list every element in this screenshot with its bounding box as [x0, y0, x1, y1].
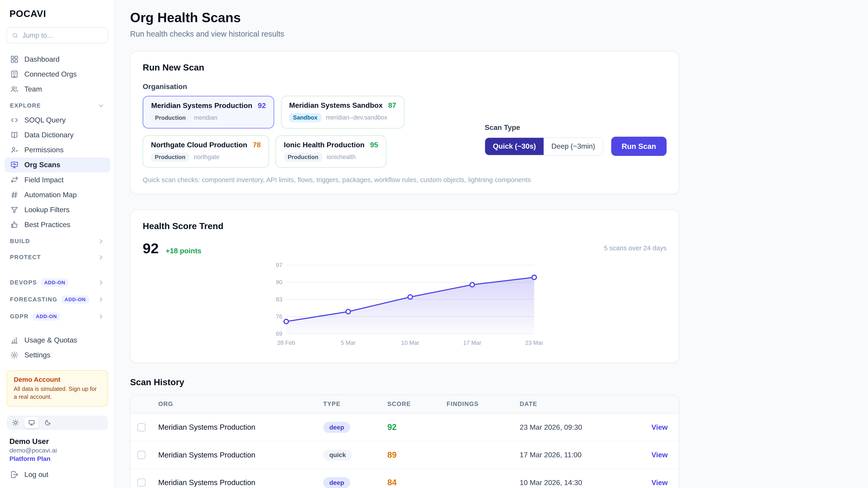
page-subtitle: Run health checks and view historical re… [130, 30, 852, 38]
org-name: Ionic Health Production [284, 141, 365, 149]
nav-label: Team [24, 85, 42, 93]
organisation-label: Organisation [143, 83, 666, 91]
sidebar-item-dashboard[interactable]: Dashboard [4, 52, 110, 67]
sidebar-item-usage-quotas[interactable]: Usage & Quotas [4, 333, 110, 348]
svg-text:5 Mar: 5 Mar [341, 340, 356, 346]
sidebar-item-connected-orgs[interactable]: Connected Orgs [4, 67, 110, 82]
chevron-down-icon [97, 102, 105, 109]
health-score-chart: 979083766928 Feb5 Mar10 Mar17 Mar23 Mar [266, 260, 543, 351]
col-header-type: TYPE [323, 400, 388, 408]
org-card-meridian-sandbox[interactable]: Meridian Systems Sandbox 87 Sandbox meri… [281, 96, 404, 129]
section-build[interactable]: BUILD [4, 234, 110, 248]
section-gdpr[interactable]: GDPR ADD-ON [4, 309, 110, 324]
scan-type-quick-button[interactable]: Quick (~30s) [485, 138, 544, 155]
sidebar-item-settings[interactable]: Settings [4, 348, 110, 363]
section-explore[interactable]: EXPLORE [4, 99, 110, 112]
row-score: 89 [388, 450, 447, 460]
sidebar-item-lookup-filters[interactable]: Lookup Filters [4, 202, 110, 217]
nav-label: Usage & Quotas [24, 336, 77, 344]
table-row: Meridian Systems Production deep 92 23 M… [130, 414, 679, 441]
env-badge: Production [151, 113, 190, 123]
org-score: 92 [258, 101, 266, 110]
run-new-scan-title: Run New Scan [143, 63, 666, 72]
app-logo: POCAVI [0, 0, 115, 26]
scan-type-badge: deep [323, 422, 350, 433]
nav-label: Field Impact [24, 176, 64, 184]
section-protect[interactable]: PROTECT [4, 250, 110, 264]
hash-icon [10, 191, 19, 199]
org-card-ionic-health[interactable]: Ionic Health Production 95 Production io… [276, 135, 386, 168]
moon-icon [44, 419, 51, 426]
demo-account-notice: Demo Account All data is simulated. Sign… [6, 370, 108, 407]
svg-text:23 Mar: 23 Mar [525, 340, 543, 346]
sidebar-item-team[interactable]: Team [4, 82, 110, 96]
scan-type-badge: deep [323, 477, 350, 488]
section-label: DEVOPS [10, 279, 37, 286]
org-name: Northgate Cloud Production [151, 141, 247, 149]
sidebar-item-automation-map[interactable]: Automation Map [4, 187, 110, 202]
scan-type-badge: quick [323, 450, 352, 461]
search-input[interactable] [6, 27, 108, 43]
nav-label: Data Dictionary [24, 131, 74, 139]
view-link[interactable]: View [629, 451, 679, 459]
section-label: BUILD [10, 238, 30, 245]
logout-icon [10, 470, 19, 479]
section-forecasting[interactable]: FORECASTING ADD-ON [4, 292, 110, 307]
sidebar: POCAVI Dashboard Connected Orgs Team EXP… [0, 0, 115, 488]
arrows-swap-icon [10, 175, 19, 184]
view-link[interactable]: View [629, 479, 679, 487]
nav-label: Dashboard [24, 55, 60, 64]
table-row: Meridian Systems Production deep 84 10 M… [130, 469, 679, 488]
trend-caption: 5 scans over 24 days [604, 244, 666, 252]
scan-type-label: Scan Type [485, 123, 666, 132]
user-block: Demo User demo@pocavi.ai Platform Plan [0, 430, 115, 462]
sidebar-item-permissions[interactable]: Permissions [4, 142, 110, 158]
addon-badge: ADD-ON [33, 313, 60, 321]
env-badge: Sandbox [289, 113, 321, 122]
scan-history-table: ORG TYPE SCORE FINDINGS DATE Meridian Sy… [130, 394, 679, 488]
sidebar-item-org-scans[interactable]: Org Scans [4, 158, 110, 172]
row-checkbox[interactable] [137, 479, 146, 487]
trend-score-block: 92 +18 points [143, 240, 202, 256]
search-icon [12, 32, 18, 39]
org-card-northgate[interactable]: Northgate Cloud Production 78 Production… [143, 135, 269, 168]
sidebar-item-data-dictionary[interactable]: Data Dictionary [4, 128, 110, 142]
org-id: northgate [194, 154, 219, 161]
section-devops[interactable]: DEVOPS ADD-ON [4, 275, 110, 290]
chevron-right-icon [97, 238, 105, 245]
scan-type-deep-button[interactable]: Deep (~3min) [544, 138, 603, 155]
col-header-score: SCORE [388, 400, 447, 408]
logout-button[interactable]: Log out [4, 467, 110, 482]
chevron-right-icon [97, 254, 105, 261]
sidebar-item-soql-query[interactable]: SOQL Query [4, 113, 110, 128]
row-org: Meridian Systems Production [158, 478, 323, 487]
demo-notice-title: Demo Account [14, 376, 101, 383]
bar-chart-icon [10, 336, 19, 345]
theme-dark-button[interactable] [40, 417, 55, 428]
org-card-meridian-production[interactable]: Meridian Systems Production 92 Productio… [143, 96, 274, 129]
jump-to-input[interactable] [22, 31, 103, 39]
section-label: FORECASTING [10, 296, 57, 303]
col-header-findings: FINDINGS [447, 400, 520, 408]
trend-score: 92 [143, 240, 159, 256]
scan-type-segment: Quick (~30s) Deep (~3min) [485, 137, 603, 156]
row-checkbox[interactable] [137, 423, 146, 431]
svg-text:69: 69 [276, 330, 282, 337]
theme-system-button[interactable] [24, 417, 39, 428]
row-checkbox[interactable] [137, 451, 146, 459]
user-plan-link[interactable]: Platform Plan [9, 455, 105, 462]
nav-label: Permissions [24, 146, 64, 154]
health-trend-card: Health Score Trend 92 +18 points 5 scans… [130, 210, 679, 363]
row-score: 92 [388, 422, 447, 432]
view-link[interactable]: View [629, 423, 679, 431]
theme-light-button[interactable] [8, 417, 23, 428]
thumbs-up-icon [10, 220, 19, 229]
run-scan-button[interactable]: Run Scan [611, 137, 666, 156]
sidebar-item-field-impact[interactable]: Field Impact [4, 172, 110, 187]
trend-delta: +18 points [166, 247, 202, 255]
row-date: 10 Mar 2026, 14:30 [520, 479, 629, 487]
main-content: Org Health Scans Run health checks and v… [115, 0, 868, 488]
org-name: Meridian Systems Sandbox [289, 101, 383, 109]
sidebar-item-best-practices[interactable]: Best Practices [4, 217, 110, 232]
run-new-scan-card: Run New Scan Organisation Meridian Syste… [130, 51, 679, 194]
